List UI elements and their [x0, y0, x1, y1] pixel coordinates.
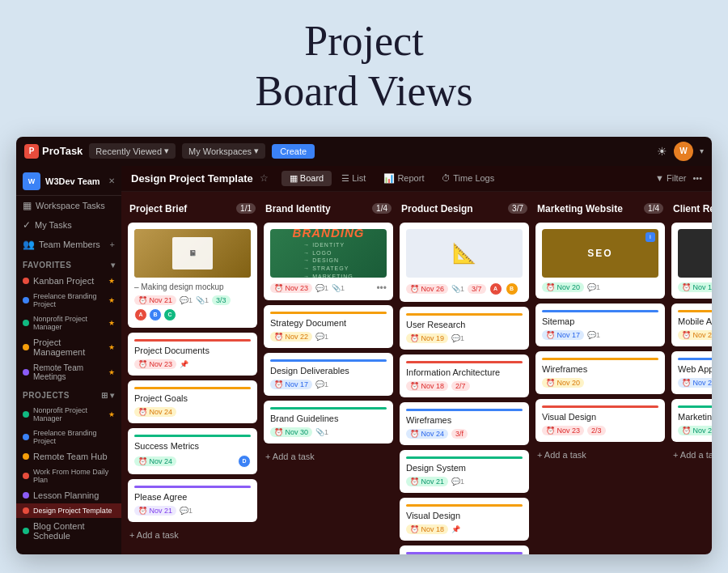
top-nav: P ProTask Recently Viewed ▾ My Workspace…: [16, 137, 712, 166]
progress-tag: 2/3: [587, 426, 606, 435]
sidebar-item-wfh[interactable]: Work From Home Daily Plan: [16, 465, 121, 487]
tab-report[interactable]: 📊 Report: [375, 171, 432, 186]
card-design-deliverables[interactable]: Design Deliverables ⏰ Nov 17 💬1: [264, 353, 393, 396]
card-caption: – Making design mockup: [134, 282, 251, 291]
card-strategy-document[interactable]: Strategy Document ⏰ Nov 22 💬1: [264, 305, 393, 348]
sidebar-item-lesson[interactable]: Lesson Planning: [16, 487, 121, 503]
card-making-design-mockup[interactable]: 📓 – Making design mockup ⏰ Nov 21 💬1 📎1 …: [128, 223, 257, 328]
create-button[interactable]: Create: [272, 144, 315, 159]
sidebar-item-freelance2[interactable]: Freelance Branding Project: [16, 426, 121, 448]
workspace-header[interactable]: W W3Dev Team ✕: [16, 166, 121, 196]
card-wireframes-pd[interactable]: Wireframes ⏰ Nov 24 3/f: [400, 402, 529, 445]
add-task-marketing[interactable]: + Add a task: [535, 447, 665, 463]
card-image-notebook: 📓: [134, 229, 251, 278]
card-project-documents[interactable]: Project Documents ⏰ Nov 23 📌: [128, 333, 257, 376]
card-meta-design-img: ⏰ Nov 26 📎1 3/7 A B: [406, 282, 523, 295]
sidebar-item-design-template[interactable]: Design Project Template: [16, 503, 121, 518]
card-marketing-website-reviews[interactable]: Marketing Website Reviews ⏰ Nov 23 💬1: [671, 399, 712, 442]
date-tag: ⏰ Nov 20: [542, 282, 584, 292]
card-title-web-reviews: Web App Reviews: [678, 364, 712, 374]
date-tag: ⏰ Nov 22: [270, 332, 312, 342]
column-client-reviews: Client Reviews 1/4 ⌨ ⏰ Nov 18 💬1 📎1: [671, 200, 712, 546]
more-options-button[interactable]: •••: [692, 173, 702, 183]
card-wireframes-mw[interactable]: Wireframes ⏰ Nov 20: [535, 351, 665, 394]
add-task-brief[interactable]: + Add a task: [128, 527, 257, 543]
card-user-research[interactable]: User Research ⏰ Nov 19 💬1: [400, 307, 529, 350]
favorites-section-header: FAVORITES ▾: [16, 254, 121, 273]
date-tag: ⏰ Nov 19: [406, 333, 448, 343]
sidebar-item-my-tasks[interactable]: ✓ My Tasks: [16, 215, 121, 235]
avatar-3: C: [163, 308, 176, 321]
sidebar-item-nonprofit[interactable]: Nonprofit Project Manager ★: [16, 312, 121, 334]
card-sitemap[interactable]: Sitemap ⏰ Nov 17 💬1: [535, 303, 665, 346]
card-web-app-reviews[interactable]: Web App Reviews ⏰ Nov 23: [671, 351, 712, 394]
progress-tag: 3/3: [212, 295, 231, 305]
column-title-project-brief: Project Brief: [129, 203, 187, 214]
workspace-tasks-icon: ▦: [23, 200, 32, 211]
card-meta-wireframes-mw: ⏰ Nov 20: [542, 378, 658, 388]
card-title-project-documents: Project Documents: [134, 346, 251, 355]
sidebar-item-project-mgmt[interactable]: Project Management ★: [16, 334, 121, 360]
card-more-icon[interactable]: •••: [376, 282, 387, 294]
date-tag: ⏰ Nov 23: [678, 426, 712, 435]
card-title-mw-reviews: Marketing Website Reviews: [678, 412, 712, 422]
workspace-tasks-label: Workspace Tasks: [36, 201, 105, 210]
filter-button[interactable]: ▼ Filter: [655, 173, 686, 183]
card-meta-user-research: ⏰ Nov 19 💬1: [406, 333, 523, 343]
column-header-product-design: Product Design 3/7: [400, 200, 529, 218]
board-area: Project Brief 1/1 📓: [121, 192, 712, 554]
column-header-client-reviews: Client Reviews 1/4: [671, 200, 712, 218]
tab-board[interactable]: ▦ Board: [281, 171, 332, 186]
card-seo-image[interactable]: SEO i ⏰ Nov 20 💬1: [535, 223, 665, 299]
sidebar-item-team-members[interactable]: 👥 Team Members +: [16, 235, 121, 254]
favorite-star-icon[interactable]: ☆: [260, 172, 269, 184]
sidebar-item-kanban[interactable]: Kanban Project ★: [16, 273, 121, 289]
card-meta-wireframes-pd: ⏰ Nov 24 3/f: [406, 429, 523, 439]
avatar-1: A: [134, 308, 147, 321]
column-title-product-design: Product Design: [401, 203, 473, 214]
column-marketing-website: Marketing Website 1/4 SEO i: [535, 200, 665, 546]
card-success-metrics[interactable]: Success Metrics ⏰ Nov 24 D: [128, 428, 257, 474]
card-interaction-design[interactable]: Interaction Design ⏰ Nov 16 💬1: [400, 545, 529, 554]
card-mobile-app-reviews[interactable]: Mobile App Reviews ⏰ Nov 24 3/5: [671, 303, 712, 346]
sun-icon[interactable]: ☀: [657, 145, 667, 158]
card-title-design-system: Design System: [406, 463, 523, 473]
recently-viewed-button[interactable]: Recently Viewed ▾: [89, 143, 176, 159]
label-bar: [406, 456, 523, 459]
card-typewriter-image[interactable]: ⌨ ⏰ Nov 18 💬1 📎1: [671, 223, 712, 299]
card-meta-agree: ⏰ Nov 21 💬1: [134, 506, 251, 516]
add-task-brand[interactable]: + Add a task: [264, 448, 393, 465]
user-avatar[interactable]: W: [674, 142, 693, 161]
sidebar-item-freelance-branding[interactable]: Freelance Branding Project ★: [16, 289, 121, 312]
card-project-goals[interactable]: Project Goals ⏰ Nov 24: [128, 380, 257, 423]
card-meta-visual-design-pd: ⏰ Nov 18 📌: [406, 524, 523, 534]
label-bar: [406, 504, 523, 507]
sidebar-item-blog[interactable]: Blog Content Schedule: [16, 518, 121, 544]
card-please-agree[interactable]: Please Agree ⏰ Nov 21 💬1: [128, 479, 257, 522]
sidebar-item-remote-hub[interactable]: Remote Team Hub: [16, 448, 121, 465]
label-bar: [134, 339, 251, 342]
label-bar: [270, 359, 387, 362]
my-tasks-icon: ✓: [23, 219, 31, 231]
card-visual-design-mw[interactable]: Visual Design ⏰ Nov 23 2/3: [535, 399, 665, 442]
sidebar-item-workspace-tasks[interactable]: ▦ Workspace Tasks: [16, 196, 121, 215]
card-title-user-research: User Research: [406, 320, 523, 329]
card-design-system[interactable]: Design System ⏰ Nov 21 💬1: [400, 450, 529, 493]
progress-tag: 3/f: [451, 429, 468, 439]
card-visual-design-pd[interactable]: Visual Design ⏰ Nov 18 📌: [400, 498, 529, 541]
label-bar: [406, 361, 523, 363]
tab-list[interactable]: ☰ List: [333, 171, 374, 186]
label-bar: [134, 486, 251, 488]
card-title-project-goals: Project Goals: [134, 393, 251, 403]
card-brand-guidelines[interactable]: Brand Guidelines ⏰ Nov 30 📎1: [264, 401, 393, 444]
avatar-1: A: [489, 282, 502, 295]
add-task-client[interactable]: + Add a task: [671, 447, 712, 463]
my-workspaces-button[interactable]: My Workspaces ▾: [182, 143, 265, 159]
card-information-architecture[interactable]: Information Architecture ⏰ Nov 18 2/7: [400, 354, 529, 397]
card-design-image[interactable]: 📐 ⏰ Nov 26 📎1 3/7 A B: [400, 223, 529, 302]
sidebar-item-remote-meetings[interactable]: Remote Team Meetings ★: [16, 360, 121, 384]
tab-timelogs[interactable]: ⏱ Time Logs: [434, 171, 502, 186]
card-branding-image[interactable]: BRANDING → IDENTITY→ LOGO→ DESIGN→ STRAT…: [264, 223, 393, 300]
sidebar-item-nonprofit2[interactable]: Nonprofit Project Manager ★: [16, 403, 121, 426]
label-bar: [678, 405, 712, 408]
